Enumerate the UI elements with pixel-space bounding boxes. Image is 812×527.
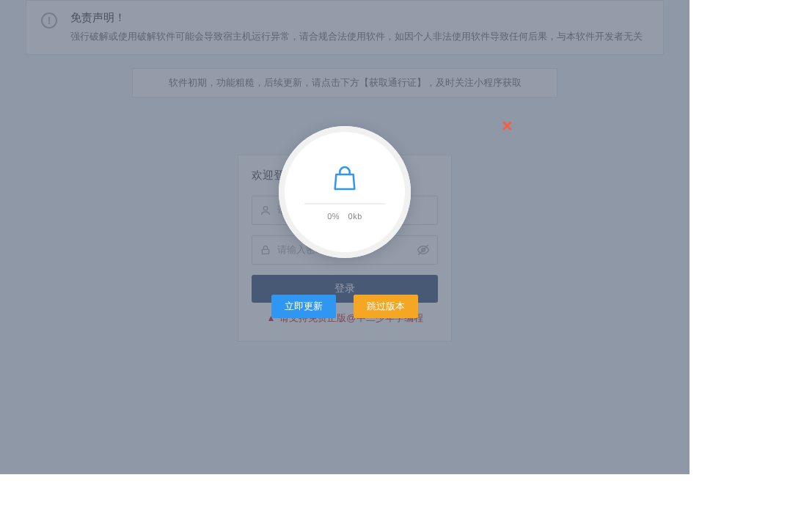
progress-circle: 0% 0kb: [279, 126, 411, 258]
download-bag-icon: [330, 163, 359, 193]
progress-percent: 0%: [327, 212, 340, 221]
progress-size: 0kb: [348, 212, 362, 221]
progress-stats: 0% 0kb: [327, 212, 362, 221]
close-icon[interactable]: ✕: [501, 117, 513, 135]
skip-version-button[interactable]: 跳过版本: [354, 295, 418, 318]
progress-bar: [304, 203, 385, 204]
update-now-button[interactable]: 立即更新: [271, 295, 336, 318]
update-modal: ✕ 0% 0kb 立即更新 跳过版本: [271, 126, 418, 318]
